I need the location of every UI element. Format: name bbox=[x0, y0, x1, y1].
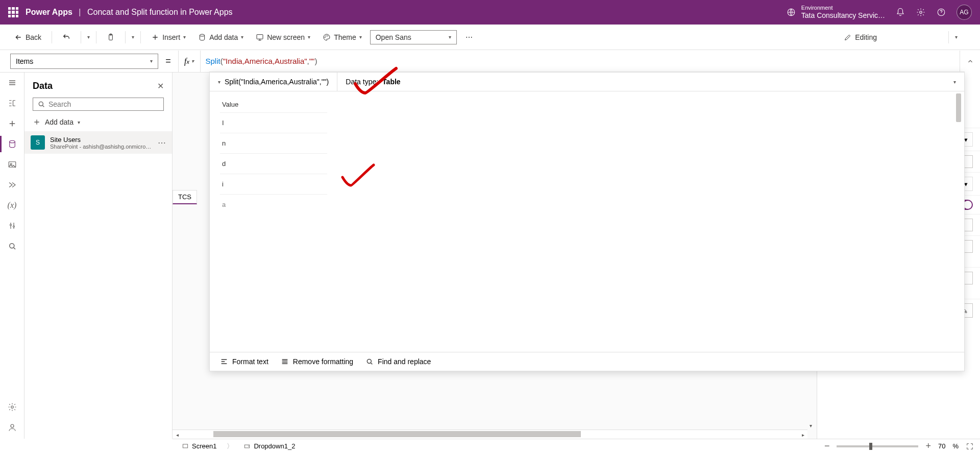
media-icon[interactable] bbox=[6, 158, 18, 171]
search-rail-icon[interactable] bbox=[6, 240, 18, 252]
zoom-in-button[interactable]: + bbox=[925, 441, 931, 451]
document-title: Concat and Split function in Power Apps bbox=[87, 8, 233, 16]
pencil-icon bbox=[844, 33, 852, 41]
chevron-down-icon: ▾ bbox=[183, 34, 186, 40]
zoom-out-button[interactable]: − bbox=[824, 441, 830, 451]
svg-point-14 bbox=[10, 224, 11, 226]
plus-icon bbox=[33, 118, 41, 126]
hamburger-icon[interactable] bbox=[6, 77, 18, 89]
chevron-down-icon[interactable]: ▾ bbox=[87, 34, 90, 40]
result-dropdown-button[interactable]: ▾ bbox=[945, 74, 964, 90]
zoom-slider[interactable] bbox=[837, 445, 918, 447]
scroll-left-arrow-icon[interactable]: ◂ bbox=[173, 430, 182, 439]
fx-button[interactable]: fx ▾ bbox=[178, 51, 201, 72]
datasource-title: Site Users bbox=[50, 136, 153, 144]
power-automate-icon[interactable] bbox=[6, 179, 18, 191]
advanced-tools-icon[interactable] bbox=[6, 220, 18, 232]
screen-icon bbox=[182, 443, 189, 450]
formula-input[interactable]: Split("India,America,Australia","") bbox=[201, 57, 960, 66]
environment-label: Environment bbox=[801, 5, 885, 11]
search-icon bbox=[365, 357, 374, 366]
add-data-text: Add data bbox=[45, 118, 74, 126]
editing-mode-button[interactable]: Editing bbox=[840, 30, 881, 44]
result-row: a bbox=[220, 195, 327, 214]
play-icon[interactable] bbox=[922, 33, 930, 41]
notifications-icon[interactable] bbox=[895, 7, 905, 17]
chevron-down-icon[interactable]: ▾ bbox=[955, 34, 958, 40]
remove-formatting-button[interactable]: Remove formatting bbox=[281, 357, 353, 366]
more-commands-button[interactable]: ⋯ bbox=[461, 30, 477, 44]
fit-to-screen-icon[interactable] bbox=[966, 442, 974, 450]
chevron-down-icon: ▾ bbox=[449, 34, 451, 40]
chevron-down-icon: ▾ bbox=[191, 58, 194, 64]
format-text-button[interactable]: Format text bbox=[220, 357, 268, 366]
new-screen-button[interactable]: New screen ▾ bbox=[252, 30, 314, 44]
svg-point-9 bbox=[327, 35, 328, 36]
search-field[interactable] bbox=[48, 100, 159, 108]
align-icon bbox=[220, 357, 228, 366]
result-row: d bbox=[220, 154, 327, 174]
variables-icon[interactable]: (x) bbox=[6, 199, 18, 211]
publish-icon[interactable] bbox=[962, 33, 970, 41]
datasource-item[interactable]: S Site Users SharePoint - ashish@ashishg… bbox=[24, 131, 172, 154]
back-label: Back bbox=[26, 33, 41, 41]
data-search-input[interactable] bbox=[33, 98, 164, 111]
result-row: n bbox=[220, 133, 327, 154]
svg-point-7 bbox=[325, 37, 325, 37]
data-icon[interactable] bbox=[6, 138, 18, 150]
canvas-horizontal-scrollbar[interactable]: ◂ ▸ bbox=[173, 430, 807, 439]
back-button[interactable]: Back bbox=[10, 30, 45, 44]
app-checker-icon[interactable] bbox=[897, 33, 905, 41]
svg-point-19 bbox=[39, 102, 43, 106]
scroll-right-arrow-icon[interactable]: ▸ bbox=[798, 430, 807, 439]
user-avatar[interactable]: AG bbox=[957, 5, 972, 20]
result-scrollbar[interactable] bbox=[954, 91, 962, 352]
dropdown-control[interactable]: TCS bbox=[173, 190, 197, 204]
control-breadcrumb[interactable]: Dropdown1_2 bbox=[240, 441, 298, 451]
theme-button[interactable]: Theme ▾ bbox=[318, 30, 366, 44]
find-replace-button[interactable]: Find and replace bbox=[365, 357, 431, 366]
chevron-down-icon: ▾ bbox=[150, 58, 153, 64]
add-data-pane-button[interactable]: Add data ▾ bbox=[24, 113, 172, 131]
add-data-button[interactable]: Add data ▾ bbox=[194, 30, 248, 44]
back-arrow-icon bbox=[14, 33, 22, 41]
virtual-agent-icon[interactable] bbox=[6, 421, 18, 434]
tree-view-icon[interactable] bbox=[6, 97, 18, 109]
add-data-label: Add data bbox=[209, 33, 238, 41]
screen-breadcrumb[interactable]: Screen1 bbox=[179, 441, 219, 451]
comments-icon[interactable] bbox=[910, 33, 918, 41]
separator bbox=[52, 31, 52, 43]
close-icon[interactable]: ✕ bbox=[157, 81, 164, 91]
paste-button[interactable] bbox=[103, 30, 119, 44]
property-selector[interactable]: Items ▾ bbox=[10, 54, 158, 69]
settings-rail-icon[interactable] bbox=[6, 401, 18, 413]
globe-icon bbox=[786, 7, 796, 17]
insert-plus-icon[interactable] bbox=[6, 117, 18, 130]
environment-picker[interactable]: Environment Tata Consultancy Servic… bbox=[786, 5, 885, 20]
chevron-down-icon: ▾ bbox=[359, 34, 362, 40]
settings-icon[interactable] bbox=[916, 7, 926, 17]
save-icon[interactable] bbox=[934, 33, 942, 41]
equals-sign: = bbox=[165, 56, 171, 66]
undo-button[interactable] bbox=[58, 30, 75, 44]
scroll-down-arrow-icon[interactable]: ▾ bbox=[806, 421, 815, 430]
result-column-header: Value bbox=[220, 97, 327, 113]
separator bbox=[81, 31, 81, 43]
svg-point-20 bbox=[367, 359, 371, 363]
insert-button[interactable]: Insert ▾ bbox=[147, 30, 190, 44]
ellipsis-icon[interactable]: ⋯ bbox=[158, 138, 166, 148]
app-launcher-icon[interactable] bbox=[8, 7, 18, 17]
property-name: Items bbox=[16, 57, 33, 65]
help-icon[interactable] bbox=[936, 7, 946, 17]
app-header: Power Apps | Concat and Split function i… bbox=[0, 0, 980, 25]
share-icon[interactable] bbox=[885, 33, 893, 41]
dropdown-value: TCS bbox=[178, 193, 191, 201]
ellipsis-icon: ⋯ bbox=[465, 33, 473, 41]
chevron-down-icon: ▾ bbox=[78, 120, 80, 125]
formula-collapse-button[interactable] bbox=[960, 51, 980, 72]
font-selector[interactable]: Open Sans ▾ bbox=[370, 30, 457, 44]
data-pane-title: Data bbox=[33, 81, 53, 91]
screen-icon bbox=[256, 33, 264, 41]
chevron-down-icon[interactable]: ▾ bbox=[132, 34, 134, 40]
result-expr-toggle[interactable]: ▾ Split("India,America,Australia","") bbox=[210, 73, 337, 91]
